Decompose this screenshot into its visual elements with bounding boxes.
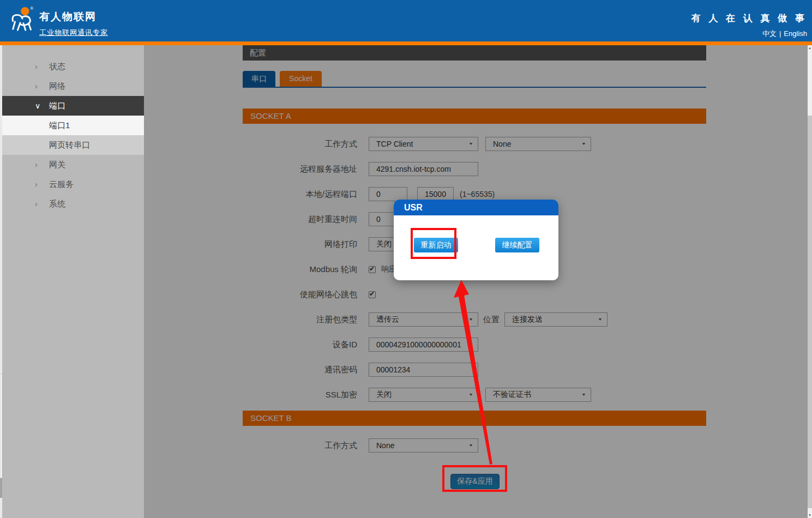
sidebar-item-label: 网页转串口 bbox=[49, 140, 90, 149]
brand-block: 有人物联网 工业物联网通讯专家 bbox=[39, 10, 108, 38]
usr-logo-icon: ® bbox=[9, 5, 36, 37]
sidebar-item-web-to-serial[interactable]: 网页转串口 bbox=[0, 135, 144, 155]
sidebar-item-label: 网络 bbox=[49, 81, 65, 91]
scrollbar-up-icon[interactable]: ▲ bbox=[808, 46, 812, 50]
modal-backdrop bbox=[144, 45, 808, 518]
chevron-right-icon: › bbox=[35, 194, 38, 214]
sidebar-item-port1[interactable]: 端口1 bbox=[0, 116, 144, 135]
usr-dialog: USR 重新启动 继续配置 bbox=[394, 200, 558, 280]
scrollbar-down-icon[interactable]: ▼ bbox=[808, 514, 812, 517]
sidebar-item-network[interactable]: › 网络 bbox=[0, 76, 144, 96]
sidebar-item-system[interactable]: › 系统 bbox=[0, 194, 144, 214]
brand-title: 有人物联网 bbox=[39, 10, 108, 24]
sidebar-item-label: 网关 bbox=[49, 160, 65, 169]
left-scrollbar-thumb[interactable] bbox=[0, 478, 2, 498]
language-switcher: 中文|English bbox=[691, 29, 807, 39]
brand-subtitle: 工业物联网通讯专家 bbox=[39, 28, 108, 38]
chevron-right-icon: › bbox=[35, 57, 38, 76]
sidebar-item-label: 状态 bbox=[49, 62, 65, 71]
chevron-right-icon: › bbox=[35, 155, 38, 174]
chevron-right-icon: › bbox=[35, 174, 38, 194]
lang-chinese-link[interactable]: 中文 bbox=[762, 29, 777, 38]
sidebar-item-status[interactable]: › 状态 bbox=[0, 57, 144, 76]
main-content: 配置 串口 Socket SOCKET A 工作方式 TCP Client ▼ … bbox=[144, 45, 808, 518]
usr-dialog-title: USR bbox=[394, 200, 558, 215]
continue-config-button[interactable]: 继续配置 bbox=[495, 238, 539, 252]
vertical-scrollbar[interactable]: ▲ ▼ bbox=[808, 45, 812, 518]
restart-button[interactable]: 重新启动 bbox=[414, 238, 458, 252]
sidebar: › 状态 › 网络 ∨ 端口 端口1 网页转串口 › 网关 › 云服务 › 系统 bbox=[0, 45, 144, 518]
header-accent-bar bbox=[0, 41, 812, 45]
sidebar-item-port[interactable]: ∨ 端口 bbox=[0, 96, 144, 116]
scrollbar-thumb[interactable] bbox=[808, 116, 812, 508]
chevron-right-icon: › bbox=[35, 76, 38, 96]
sidebar-item-label: 云服务 bbox=[49, 179, 74, 189]
chevron-down-icon: ∨ bbox=[35, 96, 40, 116]
sidebar-item-label: 端口1 bbox=[49, 121, 70, 130]
svg-text:®: ® bbox=[30, 6, 33, 11]
left-scrollbar-track-segment bbox=[0, 374, 2, 478]
sidebar-item-label: 端口 bbox=[49, 101, 65, 110]
header-slogan: 有 人 在 认 真 做 事 bbox=[691, 12, 807, 25]
left-edge-scrollbar[interactable] bbox=[0, 45, 2, 518]
sidebar-item-gateway[interactable]: › 网关 bbox=[0, 155, 144, 174]
lang-separator: | bbox=[779, 29, 781, 38]
sidebar-item-cloud[interactable]: › 云服务 bbox=[0, 174, 144, 194]
sidebar-item-label: 系统 bbox=[49, 199, 65, 208]
lang-english-link[interactable]: English bbox=[784, 29, 807, 38]
app-header: ® 有人物联网 工业物联网通讯专家 有 人 在 认 真 做 事 中文|Engli… bbox=[0, 0, 812, 41]
